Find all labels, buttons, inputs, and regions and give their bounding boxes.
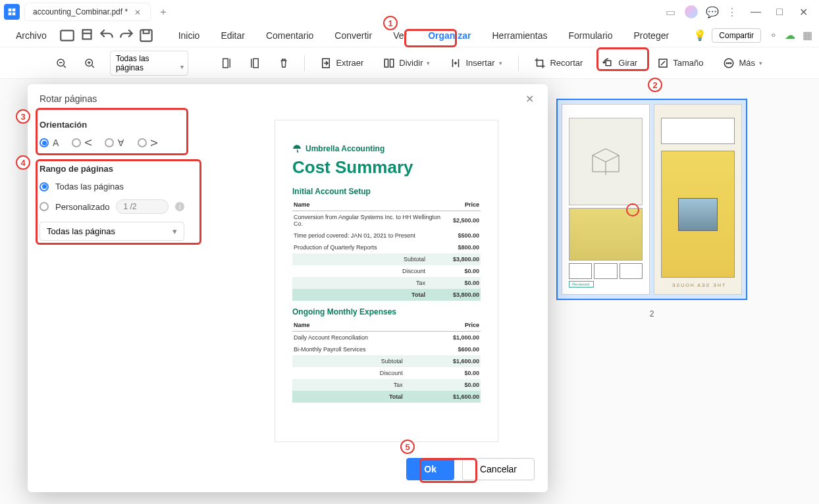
orientation-label: Orientación xyxy=(40,120,211,130)
table-initial-setup: NamePrice Conversion from Angular System… xyxy=(292,199,481,301)
callout-4: 4 xyxy=(16,155,30,170)
menubar: Archivo Inicio Editar Comentario Convert… xyxy=(0,24,819,47)
close-window-button[interactable]: ✕ xyxy=(791,3,815,21)
menu-file[interactable]: Archivo xyxy=(7,26,56,45)
undo-icon[interactable] xyxy=(98,27,115,44)
menu-organizar[interactable]: Organizar xyxy=(419,26,480,45)
page-filter-select[interactable]: Todas las páginas ▾ xyxy=(40,222,184,241)
callout-1: 1 xyxy=(383,16,398,30)
new-tab-button[interactable]: ＋ xyxy=(155,4,171,20)
zoom-in-icon[interactable] xyxy=(81,54,97,72)
cancel-button[interactable]: Cancelar xyxy=(462,458,535,480)
cloud-icon[interactable]: ☁ xyxy=(785,30,795,41)
menu-formulario[interactable]: Formulario xyxy=(560,26,622,45)
close-tab-icon[interactable]: ✕ xyxy=(134,8,142,16)
callout-2: 2 xyxy=(648,78,662,92)
brand-name: Umbrella Accounting xyxy=(305,144,384,153)
page-left-icon[interactable] xyxy=(218,54,234,72)
layout-icon[interactable]: ▦ xyxy=(802,30,812,41)
print-icon[interactable] xyxy=(78,27,95,44)
rotate-left-icon: ᐯ xyxy=(149,139,159,146)
preview-section2: Ongoing Monthly Expenses xyxy=(292,307,481,316)
sea-house-label: THE SEA HOUSE xyxy=(661,283,735,288)
redo-icon[interactable] xyxy=(118,27,135,44)
page-right-icon[interactable] xyxy=(247,54,263,72)
save-icon[interactable] xyxy=(138,27,155,44)
zoom-select[interactable]: Todas las páginas xyxy=(110,51,188,76)
rotate-button[interactable]: Girar xyxy=(598,55,641,72)
menu-comentario[interactable]: Comentario xyxy=(257,26,323,45)
info-icon[interactable]: i xyxy=(175,202,184,211)
document-tab[interactable]: accounting_Combinar.pdf * ✕ xyxy=(25,3,150,20)
ok-button[interactable]: Ok xyxy=(406,458,454,480)
range-label: Rango de páginas xyxy=(40,164,211,174)
maximize-button[interactable]: □ xyxy=(768,3,791,21)
menu-convertir[interactable]: Convertir xyxy=(325,26,381,45)
page-preview: Umbrella Accounting Cost Summary Initial… xyxy=(275,120,498,442)
custom-range-input[interactable] xyxy=(116,199,169,214)
range-custom-option[interactable]: Personalizado i xyxy=(40,199,211,214)
svg-rect-8 xyxy=(385,59,388,67)
user-avatar[interactable] xyxy=(685,5,698,18)
svg-rect-5 xyxy=(223,59,228,68)
svg-point-14 xyxy=(729,63,730,64)
svg-rect-1 xyxy=(82,33,91,39)
titlebar: accounting_Combinar.pdf * ✕ ＋ ▭ 💬 ⋮ — □ … xyxy=(0,0,819,24)
letter-a-icon: A xyxy=(53,138,59,148)
rotate-180-icon: A xyxy=(118,138,124,148)
svg-rect-10 xyxy=(606,61,612,66)
umbrella-icon xyxy=(292,144,302,153)
insert-button[interactable]: Insertar▾ xyxy=(446,55,506,72)
thumb-left-half: Reviewed xyxy=(562,104,650,295)
crop-button[interactable]: Recortar xyxy=(530,55,587,72)
chevron-down-icon: ▾ xyxy=(172,226,177,236)
preview-section1: Initial Account Setup xyxy=(292,187,481,196)
thumb-right-half: THE SEA HOUSE xyxy=(654,104,742,295)
thumb-page-number: 2 xyxy=(556,309,747,318)
svg-point-15 xyxy=(731,63,732,64)
rotate-right-icon: ᐯ xyxy=(83,139,93,146)
open-icon[interactable] xyxy=(59,27,76,44)
panel-icon[interactable]: ▭ xyxy=(665,7,675,17)
callout-5: 5 xyxy=(400,440,415,454)
svg-point-13 xyxy=(727,63,728,64)
size-button[interactable]: Tamaño xyxy=(653,55,707,72)
menu-herramientas[interactable]: Herramientas xyxy=(483,26,557,45)
kebab-menu-icon[interactable]: ⋮ xyxy=(727,7,737,17)
svg-rect-0 xyxy=(61,30,74,40)
rotate-pages-dialog: Rotar páginas ✕ Orientación A ᐯ A ᐯ Rang… xyxy=(28,84,548,492)
orient-270-option[interactable]: ᐯ xyxy=(138,138,157,148)
thumbnail-page-2[interactable]: Reviewed THE SEA HOUSE 2 xyxy=(556,99,747,318)
menu-editar[interactable]: Editar xyxy=(211,26,254,45)
toolbar: Todas las páginas Extraer Dividir▾ Inser… xyxy=(0,47,819,79)
svg-rect-9 xyxy=(390,59,394,67)
split-button[interactable]: Dividir▾ xyxy=(379,55,434,72)
extract-button[interactable]: Extraer xyxy=(316,55,367,72)
more-button[interactable]: Más▾ xyxy=(719,55,766,72)
orient-0-option[interactable]: A xyxy=(40,138,59,148)
svg-rect-6 xyxy=(253,59,259,68)
menu-inicio[interactable]: Inicio xyxy=(169,26,209,45)
svg-rect-2 xyxy=(140,30,151,41)
dialog-title: Rotar páginas xyxy=(40,93,97,104)
orient-180-option[interactable]: A xyxy=(105,138,124,148)
preview-title: Cost Summary xyxy=(292,157,481,178)
share-nodes-icon[interactable]: ⚬ xyxy=(768,30,778,41)
orient-90-option[interactable]: ᐯ xyxy=(72,138,92,148)
range-all-option[interactable]: Todas las páginas xyxy=(40,182,211,191)
share-button[interactable]: Compartir xyxy=(712,28,761,43)
callout-3: 3 xyxy=(16,109,30,124)
minimize-button[interactable]: — xyxy=(744,3,768,21)
tab-label: accounting_Combinar.pdf * xyxy=(33,7,128,16)
delete-icon[interactable] xyxy=(275,54,292,72)
table-monthly: NamePrice Daily Account Reconciliation$1… xyxy=(292,319,481,403)
zoom-out-icon[interactable] xyxy=(53,54,69,72)
menu-proteger[interactable]: Proteger xyxy=(624,26,678,45)
dialog-close-button[interactable]: ✕ xyxy=(523,92,536,105)
app-logo xyxy=(4,4,20,20)
reviewed-badge: Reviewed xyxy=(569,281,594,288)
lightbulb-icon[interactable]: 💡 xyxy=(695,30,705,41)
comment-icon[interactable]: 💬 xyxy=(707,7,718,17)
